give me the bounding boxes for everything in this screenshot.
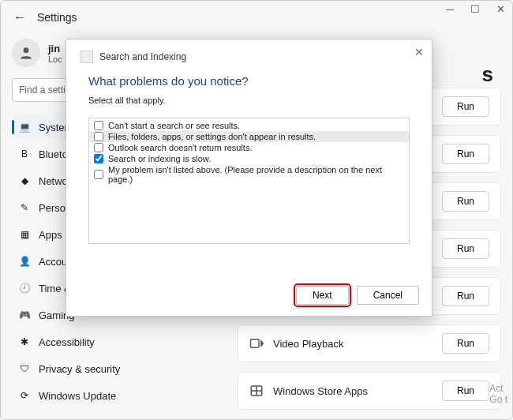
troubleshooter-card: Video PlaybackRun [238, 324, 501, 362]
privacy-icon: 🛡 [18, 362, 31, 375]
problem-option[interactable]: Outlook search doesn't return results. [89, 142, 409, 153]
sidebar-item-label: Windows Update [39, 390, 116, 402]
accessibility-icon: ✱ [18, 336, 31, 348]
cancel-button[interactable]: Cancel [357, 286, 419, 305]
maximize-icon[interactable]: ☐ [470, 4, 481, 15]
dialog-question: What problems do you notice? [66, 69, 432, 91]
svg-point-0 [24, 47, 29, 53]
time-icon: 🕘 [18, 282, 31, 294]
system-icon: 💻 [18, 121, 31, 133]
back-button[interactable]: ← [13, 10, 26, 24]
troubleshooter-icon [81, 51, 93, 63]
run-button[interactable]: Run [442, 96, 489, 117]
run-button[interactable]: Run [442, 144, 489, 164]
apps-icon: ▦ [18, 228, 31, 241]
card-label: Video Playback [273, 338, 343, 350]
close-icon[interactable]: ✕ [495, 4, 506, 15]
accounts-icon: 👤 [18, 255, 31, 268]
user-sub: Loc [48, 54, 62, 64]
problem-label: My problem isn't listed above. (Please p… [108, 165, 404, 184]
troubleshooter-dialog: ✕ Search and Indexing What problems do y… [66, 39, 432, 317]
bluetooth-icon: B [18, 148, 31, 160]
sidebar-item-update[interactable]: ⟳Windows Update [12, 383, 155, 408]
problem-label: Files, folders, apps, or settings don't … [108, 132, 316, 141]
sidebar-item-label: Privacy & security [39, 363, 120, 375]
run-button[interactable]: Run [442, 238, 489, 259]
run-button[interactable]: Run [442, 381, 489, 401]
avatar [12, 39, 40, 67]
sidebar-item-label: Accessibility [39, 336, 95, 348]
sidebar-item-privacy[interactable]: 🛡Privacy & security [12, 356, 155, 381]
next-button[interactable]: Next [296, 286, 349, 305]
sidebar-item-accessibility[interactable]: ✱Accessibility [12, 329, 155, 354]
card-label: Windows Store Apps [273, 385, 368, 397]
user-name: jin [48, 43, 62, 54]
problem-checkbox[interactable] [94, 170, 103, 179]
problem-checkbox[interactable] [94, 132, 103, 141]
run-button[interactable]: Run [442, 191, 489, 212]
problem-checkbox[interactable] [94, 143, 103, 152]
sidebar-item-label: Apps [39, 229, 62, 241]
activation-watermark: Act Go t [489, 383, 507, 405]
problem-option[interactable]: Search or indexing is slow. [89, 153, 409, 164]
page-title: Settings [37, 11, 77, 24]
problem-label: Outlook search doesn't return results. [108, 143, 252, 152]
update-icon: ⟳ [18, 389, 31, 402]
titlebar: ← Settings [1, 1, 512, 29]
personalization-icon: ✎ [18, 201, 31, 214]
problem-options: Can't start a search or see results.File… [88, 118, 410, 244]
problem-label: Search or indexing is slow. [108, 154, 211, 163]
minimize-icon[interactable]: ─ [444, 4, 455, 15]
run-button[interactable]: Run [442, 333, 489, 354]
problem-checkbox[interactable] [94, 121, 103, 130]
problem-option[interactable]: Can't start a search or see results. [89, 120, 409, 131]
problem-checkbox[interactable] [94, 154, 103, 163]
network-icon: ◆ [18, 174, 31, 187]
card-icon [249, 336, 264, 351]
card-icon [249, 384, 264, 398]
person-icon [18, 45, 34, 61]
problem-option[interactable]: Files, folders, apps, or settings don't … [89, 131, 409, 142]
dialog-title: Search and Indexing [99, 51, 186, 62]
dialog-subtitle: Select all that apply. [66, 91, 432, 113]
gaming-icon: 🎮 [18, 309, 31, 321]
svg-rect-1 [251, 339, 260, 348]
troubleshooter-card: Windows Store AppsRun [238, 372, 501, 410]
problem-label: Can't start a search or see results. [108, 121, 240, 130]
run-button[interactable]: Run [442, 286, 489, 306]
problem-option[interactable]: My problem isn't listed above. (Please p… [89, 164, 409, 185]
dialog-close-button[interactable]: ✕ [414, 46, 424, 58]
